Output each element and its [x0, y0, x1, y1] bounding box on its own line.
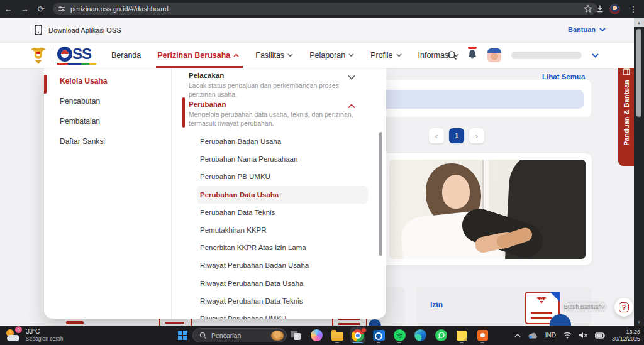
browser-profile-avatar[interactable]: [609, 4, 620, 14]
scrollbar-thumb[interactable]: [636, 29, 641, 117]
chevron-down-icon[interactable]: [592, 53, 599, 58]
pagination: ‹ 1 ›: [429, 128, 484, 143]
logo-divider: [52, 47, 52, 63]
task-view-icon[interactable]: [288, 327, 303, 343]
nav-label: Perizinan Berusaha: [157, 51, 230, 60]
chevron-down-icon: [599, 28, 606, 31]
user-avatar[interactable]: [487, 48, 501, 62]
chevron-up-icon[interactable]: [348, 104, 355, 109]
news-banner[interactable]: [380, 90, 584, 109]
address-bar[interactable]: perizinan.oss.go.id/#/dashboard: [53, 3, 597, 15]
notification-bell-icon[interactable]: [467, 48, 477, 62]
izin-label: Izin: [430, 300, 443, 309]
search-icon: [199, 332, 207, 339]
pagination-prev-button[interactable]: ‹: [429, 128, 444, 143]
tray-chevron-up-icon[interactable]: [514, 334, 521, 337]
book-icon: [623, 68, 630, 75]
chevron-down-icon: [348, 53, 354, 57]
nav-item-profile[interactable]: Profile: [370, 43, 401, 68]
bantuan-menu[interactable]: Bantuan: [568, 26, 606, 33]
submenu-pemutakhiran-kkpr[interactable]: Pemutakhiran KKPR: [197, 221, 368, 239]
promo-card[interactable]: [380, 153, 592, 265]
onedrive-icon[interactable]: [528, 332, 538, 339]
download-app-link[interactable]: Download Aplikasi OSS: [35, 25, 121, 35]
pagination-next-button[interactable]: ›: [469, 128, 484, 143]
pagination-page-1[interactable]: 1: [449, 128, 464, 143]
bookmark-star-icon[interactable]: [584, 4, 592, 13]
submenu-perubahan-badan-usaha[interactable]: Perubahan Badan Usaha: [197, 133, 368, 150]
submenu-riwayat-perubahan-badan-usaha[interactable]: Riwayat Perubahan Badan Usaha: [197, 256, 368, 274]
dropdown-scrollbar-thumb[interactable]: [379, 132, 382, 256]
scroll-down-arrow[interactable]: ▼: [634, 320, 644, 324]
submenu-perubahan-data-usaha[interactable]: Perubahan Data Usaha: [197, 186, 368, 204]
browser-reload-icon[interactable]: ⟳: [33, 4, 49, 14]
download-icon[interactable]: [596, 4, 604, 13]
nav-item-perizinan-berusaha[interactable]: Perizinan Berusaha: [157, 43, 239, 68]
search-icon[interactable]: [447, 50, 457, 60]
file-explorer-icon[interactable]: [330, 327, 345, 343]
nav-label: Pelaporan: [309, 51, 345, 60]
chrome-notification-badge: [361, 327, 367, 333]
submenu-riwayat-perubahan-umku[interactable]: Riwayat Perubahan UMKU: [197, 310, 368, 319]
section-pelacakan[interactable]: Pelacakan Lacak status pengajuan dan per…: [189, 72, 360, 99]
sticky-notes-icon[interactable]: [454, 327, 469, 343]
butuh-bantuan-tooltip: Butuh Bantuan?: [562, 301, 607, 312]
url-text[interactable]: perizinan.oss.go.id/#/dashboard: [70, 5, 584, 13]
garuda-mark-icon: [535, 296, 548, 305]
foxit-pdf-icon[interactable]: [475, 327, 490, 343]
whatsapp-icon[interactable]: [433, 327, 448, 343]
scroll-up-arrow[interactable]: ▲: [634, 18, 644, 27]
navbar-actions: [447, 43, 599, 68]
page-scrollbar[interactable]: ▲ ▼: [634, 18, 644, 326]
browser-back-icon[interactable]: ←: [0, 4, 16, 14]
spotify-icon[interactable]: [392, 327, 407, 343]
browser-menu-icon[interactable]: ⋮: [625, 4, 641, 14]
help-button[interactable]: ?: [614, 298, 633, 317]
menu-item-pembatalan[interactable]: Pembatalan: [44, 111, 171, 131]
submenu-perubahan-nama-perusahaan[interactable]: Perubahan Nama Perusahaan: [197, 150, 368, 168]
submenu-perubahan-data-teknis[interactable]: Perubahan Data Teknis: [197, 204, 368, 221]
oss-logo-tagline: [57, 63, 96, 65]
bantuan-label: Bantuan: [568, 26, 596, 33]
taskbar-weather-widget[interactable]: 6 33°C Sebagian cerah: [5, 327, 64, 342]
clock[interactable]: 13.26 30/12/2025: [612, 329, 640, 342]
windows-taskbar: 6 33°C Sebagian cerah Pencarian: [0, 326, 644, 345]
oss-logo-text: SS: [72, 47, 91, 61]
battery-icon[interactable]: [595, 332, 605, 339]
perubahan-submenu: Perubahan Badan Usaha Perubahan Nama Per…: [44, 133, 386, 319]
menu-item-kelola-usaha[interactable]: Kelola Usaha: [44, 71, 171, 91]
wifi-icon[interactable]: [563, 332, 572, 339]
chevron-down-icon: [287, 53, 293, 57]
taskbar-search-box[interactable]: Pencarian: [192, 328, 287, 342]
search-highlight-image[interactable]: [271, 331, 284, 341]
chrome-icon[interactable]: [350, 327, 365, 343]
nav-item-fasilitas[interactable]: Fasilitas: [255, 43, 293, 68]
system-tray: IND 13.26 30/12/2025: [514, 326, 640, 345]
main-navbar: SS Beranda Perizinan Berusaha Fasilitas …: [0, 43, 634, 68]
oss-logo-o: [57, 47, 72, 62]
submenu-riwayat-perubahan-data-usaha[interactable]: Riwayat Perubahan Data Usaha: [197, 275, 368, 292]
weather-badge: 6: [15, 326, 22, 333]
garuda-logo: [30, 46, 47, 65]
windows-start-button[interactable]: [178, 331, 187, 340]
site-settings-icon[interactable]: [58, 5, 65, 13]
panduan-bantuan-tab[interactable]: Panduan & Bantuan: [618, 63, 634, 166]
handshake-photo: [389, 160, 586, 259]
chevron-down-icon[interactable]: [348, 75, 355, 80]
document-fold: [550, 292, 560, 302]
browser-forward-icon[interactable]: →: [16, 4, 33, 14]
section-perubahan[interactable]: Perubahan Mengelola perubahan data usaha…: [189, 101, 360, 128]
copilot-icon[interactable]: [309, 327, 324, 343]
brand-logos[interactable]: SS: [30, 43, 96, 68]
menu-item-pencabutan[interactable]: Pencabutan: [44, 91, 171, 111]
browser-toolbar: ← → ⟳ perizinan.oss.go.id/#/dashboard ⋮: [0, 0, 644, 18]
submenu-perubahan-pb-umku[interactable]: Perubahan PB UMKU: [197, 168, 368, 185]
edge-icon[interactable]: [413, 327, 428, 343]
outlook-icon[interactable]: [371, 327, 386, 343]
language-indicator[interactable]: IND: [545, 332, 556, 339]
submenu-penerbitan-kkpr-atas-izin-lama[interactable]: Penerbitan KKPR Atas Izin Lama: [197, 239, 368, 256]
volume-muted-icon[interactable]: [579, 332, 588, 339]
nav-item-pelaporan[interactable]: Pelaporan: [309, 43, 354, 68]
nav-item-beranda[interactable]: Beranda: [111, 43, 141, 68]
submenu-riwayat-perubahan-data-teknis[interactable]: Riwayat Perubahan Data Teknis: [197, 292, 368, 310]
